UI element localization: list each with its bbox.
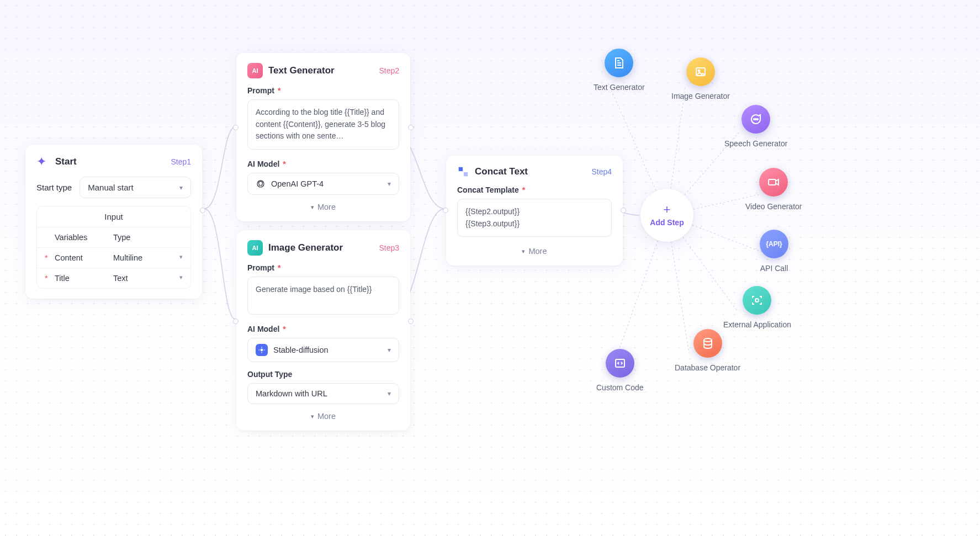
ai-icon: AI xyxy=(247,63,263,78)
inputs-table: Input Variables Type * Content Multiline… xyxy=(36,206,191,289)
svg-point-13 xyxy=(698,70,700,72)
start-type-select[interactable]: Manual start ▾ xyxy=(80,177,191,198)
svg-rect-10 xyxy=(459,167,463,171)
node-title: Image Generator xyxy=(268,242,343,253)
prompt-label: Prompt * xyxy=(247,86,399,95)
palette-image-generator[interactable]: Image Generator xyxy=(671,57,730,100)
output-type-value: Markdown with URL xyxy=(256,389,327,398)
svg-rect-20 xyxy=(616,359,624,367)
chevron-down-icon: ▾ xyxy=(172,274,183,283)
var-type: Text xyxy=(113,274,172,283)
var-name: Content xyxy=(55,253,113,262)
svg-point-18 xyxy=(755,299,759,302)
model-value: Stable-diffusion xyxy=(273,346,329,354)
required-asterisk: * xyxy=(45,274,55,283)
input-row[interactable]: * Content Multiline ▾ xyxy=(37,247,190,268)
stable-diffusion-icon xyxy=(256,344,268,356)
svg-rect-11 xyxy=(464,172,468,176)
prompt-input[interactable] xyxy=(247,99,399,150)
prompt-label: Prompt * xyxy=(247,263,399,272)
model-select[interactable]: OpenAI GPT-4 ▾ xyxy=(247,173,399,195)
text-generator-node[interactable]: AI Text Generator Step2 Prompt * AI Mode… xyxy=(236,53,410,221)
concat-icon xyxy=(457,166,469,178)
input-port[interactable] xyxy=(233,125,239,130)
chevron-down-icon: ▾ xyxy=(388,390,391,397)
svg-point-9 xyxy=(261,349,263,352)
output-port[interactable] xyxy=(200,208,205,213)
chevron-down-icon: ▾ xyxy=(522,248,525,255)
svg-rect-17 xyxy=(769,179,776,185)
output-type-select[interactable]: Markdown with URL ▾ xyxy=(247,383,399,404)
var-type: Multiline xyxy=(113,253,172,262)
palette-speech-generator[interactable]: Speech Generator xyxy=(724,105,787,148)
palette-database-operator[interactable]: Database Operator xyxy=(675,329,740,372)
svg-point-16 xyxy=(757,119,758,120)
code-icon xyxy=(606,349,634,378)
output-port[interactable] xyxy=(621,208,626,213)
api-icon: {API} xyxy=(760,230,788,258)
chevron-down-icon: ▾ xyxy=(311,204,314,211)
step-badge: Step4 xyxy=(591,167,612,176)
concat-text-node[interactable]: Concat Text Step4 Concat Template * ▾ Mo… xyxy=(446,156,623,266)
input-port[interactable] xyxy=(233,319,239,324)
image-icon xyxy=(686,57,715,86)
var-name: Title xyxy=(55,274,113,283)
start-type-label: Start type xyxy=(36,183,72,192)
more-toggle[interactable]: ▾ More xyxy=(247,412,399,421)
palette-custom-code[interactable]: Custom Code xyxy=(596,349,644,392)
add-step-button[interactable]: + Add Step xyxy=(640,189,693,242)
palette-external-application[interactable]: External Application xyxy=(723,286,791,329)
add-step-label: Add Step xyxy=(650,218,684,227)
model-label: AI Model * xyxy=(247,325,399,333)
ai-icon: AI xyxy=(247,240,263,256)
svg-point-19 xyxy=(704,338,712,342)
svg-point-14 xyxy=(754,119,755,120)
chevron-down-icon: ▾ xyxy=(388,180,391,188)
node-title: Text Generator xyxy=(268,65,335,76)
input-row[interactable]: * Title Text ▾ xyxy=(37,268,190,288)
palette-video-generator[interactable]: Video Generator xyxy=(745,168,802,211)
col-type: Type xyxy=(113,233,172,242)
prompt-input[interactable] xyxy=(247,277,399,315)
output-port[interactable] xyxy=(408,319,414,324)
template-label: Concat Template * xyxy=(457,185,612,194)
sparkle-icon: ✦ xyxy=(36,155,50,169)
palette-text-generator[interactable]: Text Generator xyxy=(594,49,645,92)
step-badge: Step2 xyxy=(379,66,399,75)
required-asterisk: * xyxy=(45,253,55,262)
output-type-label: Output Type xyxy=(247,370,399,379)
chat-icon xyxy=(741,105,770,134)
output-port[interactable] xyxy=(408,125,414,130)
col-variables: Variables xyxy=(55,233,113,242)
model-label: AI Model * xyxy=(247,160,399,168)
more-toggle[interactable]: ▾ More xyxy=(247,203,399,211)
chevron-down-icon: ▾ xyxy=(172,253,183,262)
step-badge: Step3 xyxy=(379,243,399,252)
start-node[interactable]: ✦ Start Step1 Start type Manual start ▾ … xyxy=(25,145,202,299)
node-title: Concat Text xyxy=(475,166,528,177)
template-input[interactable] xyxy=(457,199,612,237)
chevron-down-icon: ▾ xyxy=(179,184,183,192)
video-icon xyxy=(759,168,788,197)
input-port[interactable] xyxy=(443,208,448,213)
model-select[interactable]: Stable-diffusion ▾ xyxy=(247,338,399,362)
start-title: Start xyxy=(55,156,77,167)
svg-point-8 xyxy=(257,181,264,187)
inputs-title: Input xyxy=(37,206,190,227)
palette-api-call[interactable]: {API} API Call xyxy=(760,230,788,273)
step-badge: Step1 xyxy=(171,157,191,166)
plus-icon: + xyxy=(664,204,671,216)
model-value: OpenAI GPT-4 xyxy=(271,179,324,188)
openai-icon xyxy=(256,179,266,189)
database-icon xyxy=(693,329,722,358)
more-toggle[interactable]: ▾ More xyxy=(457,247,612,256)
chevron-down-icon: ▾ xyxy=(311,413,314,420)
svg-point-15 xyxy=(755,119,756,120)
image-generator-node[interactable]: AI Image Generator Step3 Prompt * AI Mod… xyxy=(236,230,410,431)
chevron-down-icon: ▾ xyxy=(388,346,391,354)
start-type-value: Manual start xyxy=(88,183,134,192)
scan-icon xyxy=(743,286,771,315)
document-icon xyxy=(605,49,633,77)
